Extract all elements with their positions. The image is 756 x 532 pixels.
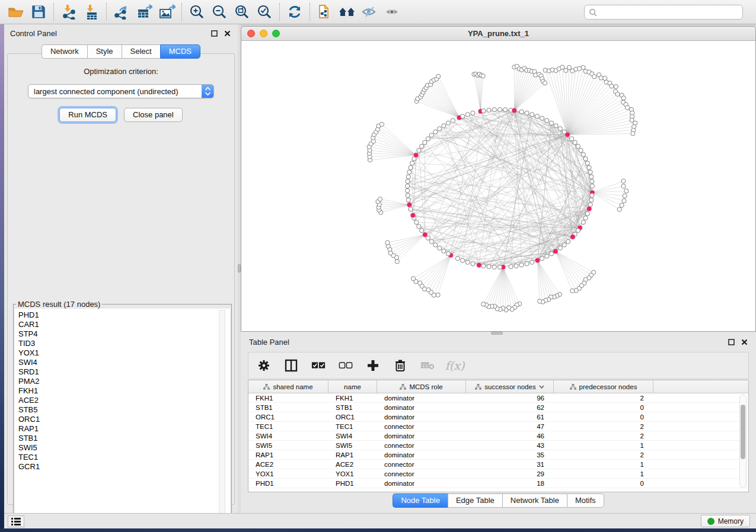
- tab-network-table[interactable]: Network Table: [502, 493, 567, 508]
- tab-motifs[interactable]: Motifs: [567, 493, 604, 508]
- graph-node[interactable]: [581, 65, 585, 69]
- graph-node[interactable]: [579, 148, 583, 152]
- graph-hub-node[interactable]: [570, 235, 575, 239]
- run-mcds-button[interactable]: Run MCDS: [59, 108, 116, 122]
- zoom-fit-button[interactable]: [231, 2, 253, 22]
- mcds-result-item[interactable]: PHD1: [18, 310, 230, 320]
- graph-node[interactable]: [610, 84, 614, 88]
- graph-node[interactable]: [410, 161, 414, 165]
- table-row[interactable]: ACE2ACE2connector311: [248, 460, 748, 469]
- graph-node[interactable]: [492, 265, 496, 269]
- graph-node[interactable]: [525, 111, 529, 115]
- cell-name[interactable]: SWI5: [328, 441, 377, 450]
- graph-node[interactable]: [545, 118, 549, 123]
- column-header-name[interactable]: name: [328, 380, 377, 393]
- graph-node[interactable]: [461, 114, 465, 118]
- graph-node[interactable]: [543, 81, 547, 85]
- graph-node[interactable]: [418, 281, 422, 285]
- search-box[interactable]: [584, 5, 743, 20]
- tab-edge-table[interactable]: Edge Table: [448, 493, 502, 508]
- graph-node[interactable]: [429, 133, 433, 137]
- graph-node[interactable]: [550, 252, 554, 256]
- mcds-result-item[interactable]: YOX1: [18, 348, 230, 358]
- table-row[interactable]: TEC1TEC1connector472: [248, 422, 748, 431]
- graph-node[interactable]: [576, 228, 580, 232]
- graph-node[interactable]: [406, 198, 410, 202]
- graph-node[interactable]: [433, 243, 438, 247]
- memory-button[interactable]: Memory: [701, 515, 750, 527]
- graph-node[interactable]: [481, 302, 486, 306]
- graph-node[interactable]: [465, 113, 470, 117]
- graph-node[interactable]: [465, 260, 470, 264]
- graph-node[interactable]: [481, 264, 486, 268]
- graph-node[interactable]: [426, 288, 430, 292]
- graph-node[interactable]: [446, 121, 450, 125]
- graph-node[interactable]: [538, 299, 542, 303]
- create-column-button[interactable]: [366, 358, 380, 373]
- import-network-button[interactable]: [58, 2, 80, 22]
- graph-node[interactable]: [592, 75, 596, 79]
- cell-MCDS-role[interactable]: connector: [377, 441, 466, 450]
- graph-node[interactable]: [562, 243, 566, 247]
- optimization-criterion-select[interactable]: largest connected component (undirected): [28, 84, 214, 98]
- graph-node[interactable]: [406, 180, 410, 184]
- mcds-result-item[interactable]: ORC1: [18, 415, 230, 424]
- graph-node[interactable]: [621, 184, 626, 188]
- cell-predecessor-nodes[interactable]: 2: [554, 431, 653, 440]
- graph-node[interactable]: [442, 124, 446, 128]
- graph-node[interactable]: [461, 258, 465, 262]
- select-all-columns-button[interactable]: [311, 358, 326, 373]
- cell-predecessor-nodes[interactable]: 1: [554, 441, 653, 450]
- import-table-button[interactable]: [80, 2, 103, 22]
- cell-name[interactable]: ORC1: [328, 412, 377, 421]
- mcds-result-item[interactable]: STP4: [18, 329, 230, 339]
- cell-MCDS-role[interactable]: dominator: [377, 393, 466, 402]
- graph-node[interactable]: [535, 114, 539, 118]
- graph-node[interactable]: [581, 152, 585, 156]
- graph-node[interactable]: [446, 252, 450, 256]
- mcds-result-item[interactable]: FKH1: [18, 386, 230, 396]
- table-row[interactable]: ORC1ORC1dominator610: [248, 412, 748, 422]
- cell-name[interactable]: RAP1: [328, 450, 377, 459]
- graph-node[interactable]: [412, 277, 416, 281]
- graph-node[interactable]: [570, 289, 575, 293]
- graph-node[interactable]: [566, 239, 570, 243]
- cell-successor-nodes[interactable]: 29: [466, 469, 554, 478]
- mcds-result-item[interactable]: PMA2: [18, 377, 230, 386]
- graph-node[interactable]: [451, 118, 455, 123]
- graph-node[interactable]: [420, 228, 424, 232]
- table-row[interactable]: SWI5SWI5connector431: [248, 441, 748, 450]
- mcds-result-item[interactable]: SWI4: [18, 358, 230, 367]
- graph-hub-node[interactable]: [414, 153, 419, 158]
- graph-node[interactable]: [554, 124, 558, 128]
- cell-MCDS-role[interactable]: dominator: [377, 431, 466, 440]
- graph-node[interactable]: [409, 165, 413, 169]
- graph-node[interactable]: [420, 144, 424, 148]
- graph-node[interactable]: [614, 85, 618, 89]
- cell-name[interactable]: YOX1: [328, 469, 377, 478]
- graph-node[interactable]: [426, 137, 430, 141]
- graph-node[interactable]: [631, 132, 635, 136]
- graph-node[interactable]: [417, 225, 421, 229]
- graph-hub-node[interactable]: [477, 263, 481, 268]
- graph-node[interactable]: [455, 257, 460, 261]
- graph-node[interactable]: [585, 161, 589, 165]
- graph-node[interactable]: [615, 92, 620, 96]
- cell-successor-nodes[interactable]: 61: [466, 412, 554, 421]
- cell-MCDS-role[interactable]: connector: [377, 460, 466, 469]
- graph-node[interactable]: [414, 220, 419, 225]
- cell-shared-name[interactable]: YOX1: [248, 469, 328, 478]
- graph-node[interactable]: [590, 184, 594, 188]
- graph-node[interactable]: [530, 113, 534, 117]
- network-canvas[interactable]: [241, 41, 755, 331]
- cell-name[interactable]: STB1: [328, 403, 377, 412]
- mcds-result-item[interactable]: STB1: [18, 434, 230, 443]
- graph-node[interactable]: [590, 193, 594, 197]
- graph-node[interactable]: [471, 262, 475, 266]
- mcds-result-item[interactable]: SRD1: [18, 367, 230, 377]
- cell-shared-name[interactable]: TEC1: [248, 422, 328, 431]
- refresh-button[interactable]: [283, 2, 306, 22]
- table-row[interactable]: YOX1YOX1connector291: [248, 469, 748, 479]
- graph-node[interactable]: [589, 175, 594, 179]
- graph-node[interactable]: [589, 198, 594, 202]
